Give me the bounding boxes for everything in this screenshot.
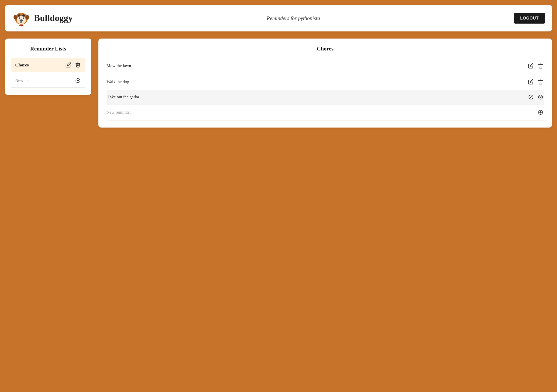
edit-reminder-1-icon [528, 63, 534, 69]
reminder-1-actions [528, 63, 544, 69]
svg-point-5 [22, 14, 25, 17]
svg-point-10 [20, 17, 20, 18]
logout-button[interactable]: LOGOUT [514, 13, 545, 24]
reminder-row-1: Mow the lawn [107, 58, 544, 74]
reminder-lists-panel: Reminder Lists Chores [5, 39, 91, 95]
edit-reminder-1-button[interactable] [528, 63, 534, 69]
chores-title: Chores [107, 46, 544, 52]
app-header: Bulldoggy Reminders for pythonista LOGOU… [5, 5, 552, 31]
new-list-row[interactable]: New list [11, 74, 85, 88]
list-name-chores: Chores [15, 62, 29, 68]
reminder-row-3-editing [107, 90, 544, 104]
new-reminder-label: New reminder [107, 110, 131, 115]
reminder-2-actions [528, 79, 544, 85]
bulldog-logo [12, 9, 30, 27]
main-content: Reminder Lists Chores [5, 39, 552, 128]
app-title: Bulldoggy [34, 13, 73, 23]
confirm-reminder-button[interactable] [528, 94, 534, 100]
edit-reminder-2-button[interactable] [528, 79, 534, 85]
logo-area: Bulldoggy [12, 9, 73, 27]
delete-reminder-2-button[interactable] [537, 79, 544, 85]
trash-icon [75, 62, 81, 68]
svg-point-13 [20, 20, 21, 21]
svg-point-9 [23, 17, 24, 19]
svg-point-11 [23, 17, 24, 18]
reminder-row-2: Walk the dog [107, 74, 544, 90]
edit-reminder-2-icon [528, 79, 534, 85]
chores-panel: Chores Mow the lawn [98, 39, 552, 128]
add-list-button[interactable] [75, 77, 81, 84]
add-list-icon [75, 78, 81, 83]
add-reminder-icon [538, 110, 543, 115]
svg-point-22 [529, 95, 533, 99]
reminder-text-2: Walk the dog [107, 79, 129, 84]
confirm-icon [528, 94, 534, 100]
new-reminder-row[interactable]: New reminder [107, 104, 544, 120]
list-item-chores-actions [65, 62, 81, 68]
delete-reminder-1-button[interactable] [537, 63, 544, 69]
cancel-icon [538, 94, 543, 100]
edit-icon [65, 62, 71, 68]
reminder-3-edit-actions [528, 94, 544, 100]
cancel-reminder-button[interactable] [537, 94, 544, 100]
trash-reminder-2-icon [538, 79, 543, 85]
reminder-edit-input[interactable] [107, 91, 528, 103]
svg-point-16 [22, 21, 26, 23]
new-list-label: New list [15, 78, 29, 83]
add-reminder-button[interactable] [537, 109, 544, 116]
svg-point-14 [21, 20, 23, 21]
reminder-text-1: Mow the lawn [107, 63, 131, 68]
list-item-chores[interactable]: Chores [11, 58, 85, 72]
header-subtitle: Reminders for pythonista [73, 15, 514, 21]
reminder-lists-title: Reminder Lists [11, 46, 85, 52]
delete-list-button[interactable] [75, 62, 81, 68]
svg-point-4 [18, 14, 21, 17]
svg-point-8 [19, 17, 20, 19]
edit-list-button[interactable] [65, 62, 72, 68]
svg-point-15 [17, 21, 21, 23]
trash-reminder-1-icon [538, 63, 543, 69]
svg-point-18 [21, 25, 22, 26]
